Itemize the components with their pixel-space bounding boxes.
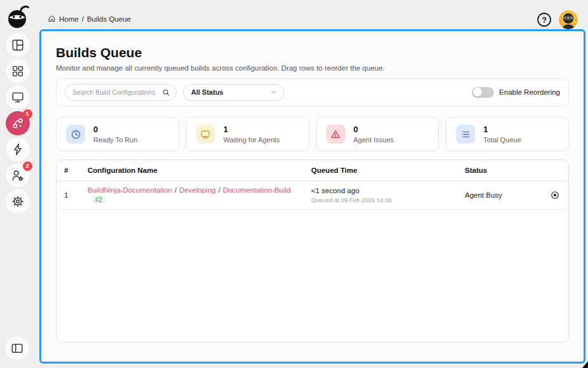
row-status-cell: Agent Busy [465,191,561,200]
stop-build-icon[interactable] [551,191,559,200]
warning-icon [326,125,345,144]
col-configuration-name: Configuration Name [88,167,311,174]
user-gear-icon [11,168,25,182]
topbar-actions: ? [536,10,578,29]
stat-card-ready-to-run: 0 Ready To Run [56,117,179,151]
stat-label: Waiting for Agents [224,136,280,144]
user-avatar[interactable] [559,10,578,29]
queue-stats: 0 Ready To Run 1 Waiting for Agents [56,117,569,151]
sidebar-item-agents-pool[interactable] [6,85,30,109]
build-number-badge[interactable]: #2 [92,196,105,204]
breadcrumb: Home / Builds Queue [48,15,131,23]
toggle-knob [473,88,482,97]
queued-absolute: Queued at 09 Feb 2026 14:36 [311,196,465,203]
table-header: # Configuration Name Queued Time Status [57,160,568,181]
build-config-link[interactable]: Documentation-Build [223,186,291,194]
gear-icon [11,194,25,208]
stat-value: 1 [224,125,280,134]
configuration-path: BuildNinja-Documentation/Developing/Docu… [88,186,291,194]
stat-label: Total Queue [483,136,521,144]
builds-queue-table: # Configuration Name Queued Time Status … [56,160,569,343]
breadcrumb-home[interactable]: Home [59,15,79,23]
stat-card-total-queue: 1 Total Queue [446,117,569,151]
sidebar-item-dashboard[interactable] [6,33,30,57]
col-queued-time: Queued Time [311,167,465,174]
project-link[interactable]: BuildNinja-Documentation [88,186,172,194]
clock-icon [66,125,85,144]
sidebar-item-builds-queue[interactable]: 1 [6,111,30,135]
row-queued-time: <1 second ago Queued at 09 Feb 2026 14:3… [311,187,465,203]
stat-card-agent-issues: 0 Agent Issues [316,117,439,151]
path-separator: / [218,186,220,194]
home-icon [48,15,56,23]
sidebar-item-triggers[interactable] [6,137,30,161]
status-text: Agent Busy [465,191,502,199]
search-icon [162,88,170,97]
sidebar: 1 2 [0,0,35,368]
page-subtitle: Monitor and manage all currently queued … [56,64,569,72]
sidebar-item-projects[interactable] [6,59,30,83]
sidebar-item-agents-admin[interactable]: 2 [6,163,30,187]
mouse-cursor [582,361,588,368]
breadcrumb-current: Builds Queue [87,15,131,23]
breadcrumb-separator: / [82,15,84,23]
stat-value: 0 [93,125,138,134]
ninja-logo-icon [5,4,30,30]
search-input[interactable] [72,88,162,96]
monitor-icon [11,90,25,104]
collapse-sidebar-button[interactable] [5,336,29,360]
row-configuration: BuildNinja-Documentation/Developing/Docu… [88,186,311,204]
enable-reordering-toggle[interactable] [472,87,494,98]
builds-queue-panel: Builds Queue Monitor and manage all curr… [39,29,585,364]
col-status: Status [465,167,561,174]
builds-queue-icon [11,116,25,130]
stat-value: 0 [354,125,394,134]
reorder-toggle-label: Enable Reordering [499,88,560,96]
queued-relative: <1 second ago [311,187,465,194]
stat-label: Agent Issues [354,136,394,144]
sidebar-collapse-icon [10,341,24,355]
queue-list-icon [456,125,475,144]
filter-bar: All Status Enable Reordering [56,78,569,106]
path-separator: / [175,186,177,194]
status-filter-value: All Status [191,88,224,96]
table-row[interactable]: 1 BuildNinja-Documentation/Developing/Do… [57,181,568,210]
chevron-down-icon [270,88,277,96]
help-icon[interactable]: ? [536,11,552,28]
row-position: 1 [64,191,88,199]
avatar-ninja-icon [559,10,578,29]
agents-admin-badge: 2 [23,161,32,171]
page-title: Builds Queue [56,45,569,60]
status-filter-select[interactable]: All Status [183,84,284,101]
buildninja-logo[interactable] [5,4,30,30]
builds-queue-badge: 1 [23,109,32,119]
monitor-icon [196,125,215,144]
dashboard-layout-icon [11,38,25,52]
sidebar-item-settings[interactable] [6,189,30,214]
col-position: # [64,167,88,174]
stat-card-waiting-for-agents: 1 Waiting for Agents [186,117,309,151]
search-box[interactable] [65,84,177,101]
svg-text:?: ? [542,16,547,25]
stat-label: Ready To Run [93,136,138,144]
reorder-toggle-group: Enable Reordering [472,87,560,98]
stat-value: 1 [483,125,521,134]
sidebar-nav: 1 2 [6,31,30,214]
apps-grid-icon [11,64,25,78]
subproject-link[interactable]: Developing [179,186,216,194]
lightning-icon [11,142,25,156]
